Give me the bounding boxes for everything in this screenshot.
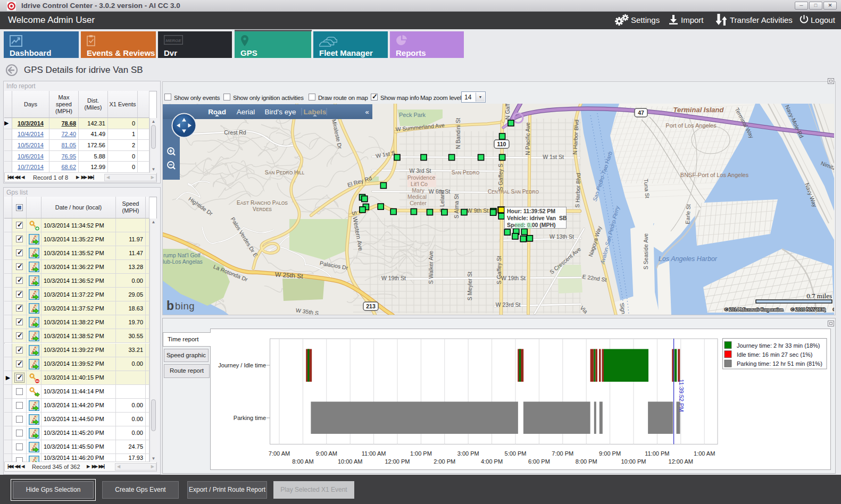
svg-text:Center: Center: [410, 200, 427, 206]
svg-text:Parking time: 12 hr 51 min (81: Parking time: 12 hr 51 min (81%): [737, 360, 822, 367]
svg-text:Port of Los Angeles: Port of Los Angeles: [665, 122, 717, 129]
svg-text:10:00 PM: 10:00 PM: [621, 458, 646, 465]
svg-text:2:00 PM: 2:00 PM: [434, 458, 455, 465]
svg-text:W 3rd St: W 3rd St: [410, 167, 431, 174]
svg-text:1:00 PM: 1:00 PM: [410, 450, 432, 457]
svg-text:W 23rd St: W 23rd St: [496, 301, 521, 308]
svg-text:S Harbor Blvd: S Harbor Blvd: [574, 173, 581, 208]
svg-text:Medical: Medical: [407, 194, 427, 200]
svg-text:Los Angeles Harbor: Los Angeles Harbor: [659, 255, 718, 263]
svg-text:N Pacific Ave: N Pacific Ave: [524, 122, 531, 155]
svg-text:Terminal Island: Terminal Island: [673, 106, 725, 114]
svg-text:BNSF-Port of Los Angeles: BNSF-Port of Los Angeles: [680, 172, 749, 178]
svg-text:S Walker Ave: S Walker Ave: [428, 251, 434, 284]
svg-text:11:00 AM: 11:00 AM: [362, 450, 386, 457]
svg-text:b: b: [166, 299, 174, 313]
svg-text:S Meyler St: S Meyler St: [467, 272, 473, 300]
svg-text:110: 110: [497, 141, 506, 147]
svg-text:Aerial: Aerial: [237, 108, 255, 116]
svg-text:N Gaff: N Gaff: [504, 104, 511, 120]
svg-text:Crest Rd: Crest Rd: [224, 129, 246, 136]
svg-text:CENTRAL SAN PEDRO: CENTRAL SAN PEDRO: [488, 189, 539, 195]
svg-text:Lit'l Co: Lit'l Co: [411, 181, 428, 187]
svg-text:9:00 PM: 9:00 PM: [599, 450, 621, 457]
svg-text:Mary: Mary: [412, 187, 424, 194]
svg-text:9:00 AM: 9:00 AM: [316, 450, 337, 457]
svg-text:W 9th St: W 9th St: [467, 207, 488, 214]
svg-text:W 19th St: W 19th St: [501, 275, 526, 281]
svg-text:6:00 PM: 6:00 PM: [528, 458, 550, 465]
svg-text:Journey / Idle time: Journey / Idle time: [218, 362, 266, 368]
svg-text:S Leland: S Leland: [439, 190, 445, 212]
svg-text:11:39:52 PM: 11:39:52 PM: [678, 379, 685, 412]
svg-text:Parking time: Parking time: [234, 415, 266, 421]
svg-text:Bird's eye: Bird's eye: [265, 108, 296, 116]
svg-text:1:00 AM: 1:00 AM: [694, 450, 715, 457]
svg-text:7:00 PM: 7:00 PM: [552, 450, 573, 457]
svg-text:Peck Park: Peck Park: [399, 112, 426, 118]
svg-text:4:00 PM: 4:00 PM: [481, 458, 503, 465]
svg-text:10:00 AM: 10:00 AM: [338, 458, 362, 465]
svg-text:W 13th St: W 13th St: [549, 233, 574, 240]
svg-text:Earle St: Earle St: [684, 204, 692, 224]
svg-text:213: 213: [366, 303, 376, 309]
svg-text:S Seaside Ave: S Seaside Ave: [643, 233, 649, 270]
svg-text:8:00 PM: 8:00 PM: [576, 458, 597, 465]
svg-text:0.7 miles: 0.7 miles: [806, 292, 832, 300]
svg-text:VERDES: VERDES: [253, 206, 272, 212]
svg-text:rump Nat'l Golf: rump Nat'l Golf: [163, 252, 201, 258]
svg-text:8:00 AM: 8:00 AM: [292, 458, 313, 465]
svg-text:SAN PEDRO: SAN PEDRO: [452, 170, 480, 175]
svg-text:lub-Los Angelas: lub-Los Angelas: [163, 258, 203, 265]
svg-text:W 19th St: W 19th St: [381, 275, 406, 281]
svg-text:«: «: [365, 108, 369, 116]
svg-text:11:00 PM: 11:00 PM: [645, 450, 669, 457]
svg-text:12:00 AM: 12:00 AM: [669, 458, 693, 465]
svg-text:MERGE: MERGE: [165, 38, 181, 43]
svg-text:12:00 PM: 12:00 PM: [385, 458, 410, 465]
svg-text:7:00 AM: 7:00 AM: [269, 450, 290, 457]
svg-text:Idle time: 16 min 27 sec (1%): Idle time: 16 min 27 sec (1%): [737, 351, 812, 358]
svg-text:3:00 PM: 3:00 PM: [457, 450, 479, 457]
svg-text:47: 47: [638, 110, 644, 116]
svg-text:S Gaffey S: S Gaffey S: [497, 164, 504, 191]
svg-text:5:00 PM: 5:00 PM: [505, 450, 527, 457]
svg-text:Providence: Providence: [407, 174, 436, 181]
svg-text:Journey time: 2 hr 33 min (18%: Journey time: 2 hr 33 min (18%): [737, 342, 820, 349]
svg-text:W 1st St: W 1st St: [543, 154, 564, 160]
svg-text:N Bandini St: N Bandini St: [455, 118, 461, 149]
svg-text:SAN PEDRO HILL: SAN PEDRO HILL: [265, 170, 305, 175]
svg-text:bing: bing: [175, 300, 195, 312]
svg-text:EAST RANCHO PALOS: EAST RANCHO PALOS: [237, 200, 288, 206]
svg-text:S Alma St: S Alma St: [453, 194, 460, 219]
svg-text:© 2014 Microsoft Corporation©: © 2014 Microsoft Corporation© 2010 NAVTE…: [725, 307, 834, 312]
